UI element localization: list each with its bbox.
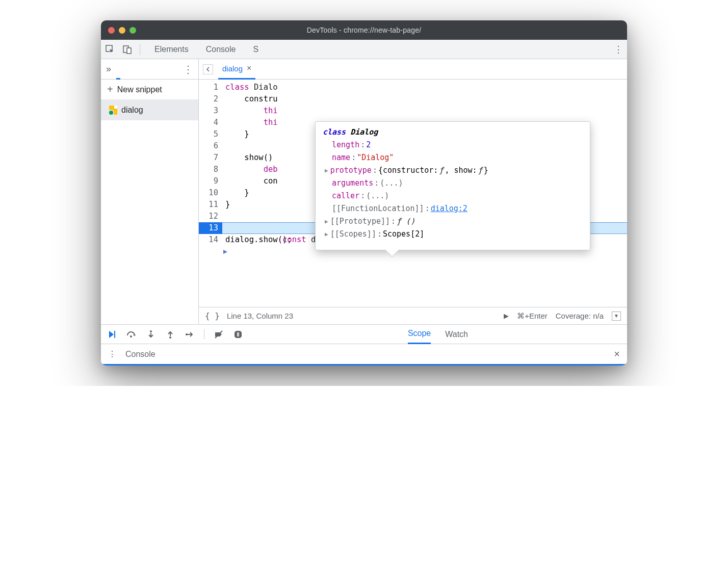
cursor-position: Line 13, Column 23 xyxy=(227,311,293,320)
tab-console[interactable]: Console xyxy=(205,41,237,58)
line-number: 3 xyxy=(199,105,218,117)
svg-rect-10 xyxy=(239,332,240,336)
nav-back-icon[interactable] xyxy=(203,64,213,74)
popover-row: ▶[[Scopes]]: Scopes[2] xyxy=(323,228,583,241)
popover-row: arguments: (...) xyxy=(323,177,583,190)
step-icon[interactable] xyxy=(185,329,195,340)
run-snippet-icon[interactable]: ▶ xyxy=(504,312,509,320)
code-line: thi xyxy=(225,105,624,117)
close-drawer-icon[interactable]: × xyxy=(614,348,620,360)
titlebar: DevTools - chrome://new-tab-page/ xyxy=(101,20,627,40)
popover-row: name: "Dialog" xyxy=(323,151,583,164)
svg-rect-2 xyxy=(127,48,131,54)
editor-tab-dialog[interactable]: dialog × xyxy=(218,59,255,80)
separator xyxy=(204,329,204,340)
step-into-icon[interactable] xyxy=(146,329,156,340)
tab-elements[interactable]: Elements xyxy=(153,41,190,58)
console-drawer: ⋮ Console × xyxy=(101,344,627,364)
snippet-file-icon xyxy=(109,106,117,115)
scope-tab[interactable]: Scope xyxy=(408,325,431,344)
line-number: 7 xyxy=(199,152,218,164)
line-number: 6 xyxy=(199,140,218,152)
line-number: 9 xyxy=(199,175,218,187)
snippet-file-item[interactable]: dialog xyxy=(101,100,198,120)
panel-tabs: Elements Console S xyxy=(153,41,259,58)
svg-rect-9 xyxy=(237,332,238,336)
close-tab-icon[interactable]: × xyxy=(247,64,251,73)
watch-tab[interactable]: Watch xyxy=(445,325,468,344)
separator xyxy=(140,44,140,55)
console-drawer-label: Console xyxy=(125,350,155,359)
pause-on-exceptions-icon[interactable] xyxy=(233,329,243,340)
function-location-link[interactable]: dialog:2 xyxy=(431,202,467,215)
svg-point-4 xyxy=(130,335,132,337)
devtools-window: DevTools - chrome://new-tab-page/ Elemen… xyxy=(101,20,627,366)
object-preview-popover: class Dialog length: 2 name: "Dialog" ▶p… xyxy=(315,121,590,250)
new-snippet-label: New snippet xyxy=(117,85,162,94)
line-gutter: 1 2 3 4 5 6 7 8 9 10 11 12 13 14 xyxy=(199,80,222,307)
editor-tabbar: dialog × xyxy=(199,59,627,80)
debugger-side-tabs: Scope Watch xyxy=(408,325,621,344)
execution-pointer-icon xyxy=(223,246,229,257)
expand-icon[interactable]: ▶ xyxy=(325,164,329,177)
console-menu-icon[interactable]: ⋮ xyxy=(108,349,116,359)
minimize-window-button[interactable] xyxy=(119,27,125,34)
close-window-button[interactable] xyxy=(108,27,115,34)
deactivate-breakpoints-icon[interactable] xyxy=(214,329,224,340)
device-toggle-icon[interactable] xyxy=(122,44,133,55)
popover-header: class Dialog xyxy=(323,126,583,139)
line-number: 2 xyxy=(199,93,218,105)
step-out-icon[interactable] xyxy=(165,329,175,340)
line-number: 5 xyxy=(199,128,218,140)
code-line: class Dialo xyxy=(225,82,624,93)
editor-tab-label: dialog xyxy=(222,64,243,73)
popover-row: caller: (...) xyxy=(323,190,583,202)
drawer-active-indicator xyxy=(101,364,627,366)
coverage-toggle-icon[interactable]: ▼ xyxy=(612,311,621,321)
svg-point-5 xyxy=(150,330,152,332)
run-hint: ⌘+Enter xyxy=(517,311,548,321)
more-tabs-icon[interactable]: ⋮ xyxy=(614,44,623,55)
editor-status-bar: { } Line 13, Column 23 ▶ ⌘+Enter Coverag… xyxy=(199,307,627,324)
navigator-sidebar: » ⋮ + New snippet dialog xyxy=(101,59,199,324)
line-number: 4 xyxy=(199,117,218,128)
popover-row: length: 2 xyxy=(323,139,583,151)
popover-row: [[FunctionLocation]]: dialog:2 xyxy=(323,202,583,215)
line-number: 8 xyxy=(199,164,218,175)
navigator-top: » ⋮ xyxy=(101,59,198,80)
line-number: 10 xyxy=(199,187,218,199)
line-number: 1 xyxy=(199,82,218,93)
pretty-print-icon[interactable]: { } xyxy=(205,311,220,321)
window-controls xyxy=(108,27,136,34)
line-number: 12 xyxy=(199,211,218,222)
inspect-element-icon[interactable] xyxy=(105,44,115,55)
zoom-window-button[interactable] xyxy=(129,27,136,34)
code-line: constru xyxy=(225,93,624,105)
devtools-toolbar: Elements Console S ⋮ xyxy=(101,40,627,59)
plus-icon: + xyxy=(107,84,113,95)
step-over-icon[interactable] xyxy=(126,329,137,340)
svg-point-7 xyxy=(186,333,188,335)
expand-navigator-icon[interactable]: » xyxy=(106,64,111,74)
new-snippet-button[interactable]: + New snippet xyxy=(101,80,198,100)
navigator-menu-icon[interactable]: ⋮ xyxy=(183,63,193,75)
resume-icon[interactable] xyxy=(107,329,117,340)
popover-row: ▶prototype: {constructor: ƒ, show: ƒ} xyxy=(323,164,583,177)
debugger-toolbar: Scope Watch xyxy=(101,324,627,344)
main-area: » ⋮ + New snippet dialog dialog × xyxy=(101,59,627,324)
popover-row: ▶[[Prototype]]: ƒ () xyxy=(323,215,583,228)
snippet-file-name: dialog xyxy=(121,106,143,115)
svg-point-6 xyxy=(169,336,171,339)
tab-sources[interactable]: S xyxy=(252,41,259,58)
snippets-tab-indicator xyxy=(116,59,120,80)
svg-rect-3 xyxy=(114,331,115,338)
expand-icon[interactable]: ▶ xyxy=(325,215,329,228)
expand-icon[interactable]: ▶ xyxy=(325,228,329,241)
line-number: 11 xyxy=(199,199,218,211)
window-title: DevTools - chrome://new-tab-page/ xyxy=(101,26,627,34)
line-number: 14 xyxy=(199,234,218,246)
coverage-label: Coverage: n/a xyxy=(556,311,604,320)
line-number-current: 13 xyxy=(199,222,222,234)
